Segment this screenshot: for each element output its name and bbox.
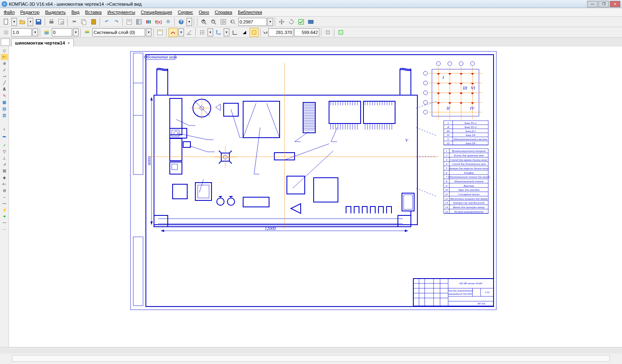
maximize-button[interactable]: ❐: [598, 1, 609, 7]
print-preview-button[interactable]: [57, 17, 66, 26]
svg-rect-99: [329, 101, 361, 123]
print-button[interactable]: [47, 17, 56, 26]
pan-button[interactable]: [277, 17, 286, 26]
minimize-button[interactable]: —: [587, 1, 598, 7]
help-dropdown[interactable]: ▾: [186, 18, 192, 26]
zoom-in-button[interactable]: +: [199, 17, 208, 26]
param-button[interactable]: [250, 28, 259, 37]
layer-num-combo[interactable]: [52, 28, 72, 36]
menu-editor[interactable]: Редактор: [17, 9, 42, 15]
tool-center-icon[interactable]: ✦: [1, 213, 8, 219]
tool-tt-icon[interactable]: T: [1, 127, 8, 133]
tool-arrow-icon[interactable]: →: [1, 194, 8, 200]
tool-dimension-icon[interactable]: ⊢: [1, 54, 8, 60]
layer-icon[interactable]: [42, 28, 51, 37]
layer-name-combo[interactable]: [92, 28, 145, 36]
menu-help[interactable]: Справка: [212, 9, 235, 15]
tool-table1-icon[interactable]: ▦: [1, 99, 8, 105]
copy-button[interactable]: [79, 17, 88, 26]
open-dropdown[interactable]: ▾: [28, 18, 33, 26]
menu-window[interactable]: Окно: [196, 9, 212, 15]
zoom-combo[interactable]: [238, 18, 267, 26]
properties-button[interactable]: [125, 17, 134, 26]
close-button[interactable]: ✕: [610, 1, 620, 7]
fixation-button[interactable]: [323, 28, 332, 37]
variables-button[interactable]: ⚙: [164, 17, 173, 26]
local-cs-dropdown[interactable]: ▾: [224, 28, 229, 36]
tab-close-icon[interactable]: ×: [67, 40, 70, 45]
tool-symbol-icon[interactable]: ※: [1, 60, 8, 66]
coord-x-input[interactable]: [268, 28, 293, 36]
tool-bolt-icon[interactable]: ⚡: [1, 207, 8, 213]
zoom-previous-button[interactable]: [229, 17, 237, 26]
tool-geometry-icon[interactable]: ◇: [1, 47, 8, 53]
snap-dropdown[interactable]: ▾: [178, 28, 184, 36]
grid-display-button[interactable]: [198, 28, 207, 37]
tool-dash-icon[interactable]: ⁓: [1, 200, 8, 206]
layer-num-dropdown[interactable]: ▾: [73, 28, 79, 36]
menu-spec[interactable]: Спецификация: [138, 9, 175, 15]
layer-name-dropdown[interactable]: ▾: [146, 28, 152, 36]
tool-arc-icon[interactable]: ⤻: [1, 73, 8, 79]
menu-select[interactable]: Выделить: [42, 9, 68, 15]
snap-toggle-button[interactable]: [169, 28, 177, 37]
tool-leader-icon[interactable]: ↗: [1, 162, 8, 168]
menu-insert[interactable]: Вставка: [82, 9, 105, 15]
new-dropdown[interactable]: ▾: [11, 18, 17, 26]
view-all-button[interactable]: [306, 17, 315, 26]
zoom-out-button[interactable]: −: [209, 17, 218, 26]
save-button[interactable]: [34, 17, 43, 26]
angle-snap-button[interactable]: [185, 28, 194, 37]
library-button[interactable]: [144, 17, 153, 26]
tool-edit-icon[interactable]: ✎: [1, 93, 8, 99]
new-button[interactable]: [2, 17, 11, 26]
tool-cut-icon[interactable]: ⊘: [1, 187, 8, 194]
tool-more-icon[interactable]: ⋯: [1, 226, 8, 232]
menu-service[interactable]: Сервис: [175, 9, 196, 15]
document-tab[interactable]: шиномонтаж чертеж14 ×: [11, 38, 74, 47]
open-button[interactable]: [18, 17, 27, 26]
grid-snap-button[interactable]: [2, 28, 11, 37]
tool-table2-icon[interactable]: ▤: [1, 106, 8, 112]
coord-y-input[interactable]: [294, 28, 319, 36]
function-button[interactable]: f(x): [154, 17, 163, 26]
tool-wave-icon[interactable]: 〰: [1, 220, 8, 226]
local-cs-button[interactable]: [214, 28, 223, 37]
tool-tt2-icon[interactable]: ▬: [1, 133, 8, 139]
tool-mark-icon[interactable]: ◈: [1, 175, 8, 181]
rotate-button[interactable]: [287, 17, 296, 26]
tool-brand-icon[interactable]: ⌘: [1, 168, 8, 174]
tool-table3-icon[interactable]: ▥: [1, 112, 8, 118]
tool-check-icon[interactable]: ✓: [1, 142, 8, 148]
menu-file[interactable]: Файл: [1, 9, 17, 15]
tool-rough-icon[interactable]: ▽: [1, 149, 8, 155]
menu-tools[interactable]: Инструменты: [105, 9, 138, 15]
line-width-combo[interactable]: [11, 28, 32, 36]
drawing-canvas[interactable]: Обозначение шин: [9, 47, 622, 347]
tool-auto-icon[interactable]: A↓: [1, 181, 8, 187]
layers-button[interactable]: [83, 28, 92, 37]
refresh-button[interactable]: [297, 17, 306, 26]
zoom-window-button[interactable]: [219, 17, 228, 26]
cut-button[interactable]: ✂: [70, 17, 79, 26]
undo-button[interactable]: ↶: [102, 17, 111, 26]
tool-base-icon[interactable]: ⊥: [1, 155, 8, 161]
help-button[interactable]: ?: [177, 17, 186, 26]
rounding-button[interactable]: ◢: [240, 28, 249, 37]
tab-list-button[interactable]: [1, 38, 10, 46]
ortho-button[interactable]: [230, 28, 239, 37]
grid-dropdown[interactable]: ▾: [207, 28, 213, 36]
redo-button[interactable]: ↷: [112, 17, 121, 26]
paste-button[interactable]: [89, 17, 98, 26]
zoom-dropdown[interactable]: ▾: [267, 18, 273, 26]
tool-hatch-icon[interactable]: ⫽: [1, 67, 8, 73]
menu-view[interactable]: Вид: [68, 9, 82, 15]
panel-button[interactable]: [135, 17, 143, 26]
command-line[interactable]: [12, 355, 610, 362]
menu-libraries[interactable]: Библиотеки: [235, 9, 265, 15]
tool-line-icon[interactable]: ╱: [1, 80, 8, 86]
tool-text-icon[interactable]: A: [1, 86, 8, 92]
apply-button[interactable]: [336, 28, 345, 37]
line-width-dropdown[interactable]: ▾: [32, 28, 38, 36]
layer-manager-button[interactable]: [156, 28, 165, 37]
